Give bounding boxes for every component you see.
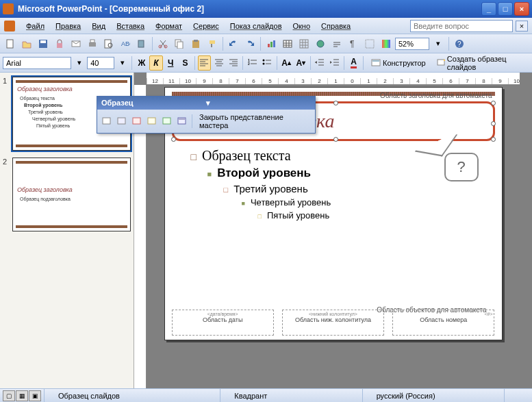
- mdi-close-button[interactable]: ×: [516, 21, 528, 32]
- help-callout[interactable]: ?: [444, 153, 479, 181]
- guides-icon: [365, 39, 375, 49]
- hyperlink-button[interactable]: [313, 36, 328, 51]
- font-select[interactable]: [3, 57, 71, 69]
- expand-button[interactable]: [329, 36, 344, 51]
- permission-button[interactable]: [52, 36, 67, 51]
- decrease-font-button[interactable]: A▾: [294, 55, 307, 71]
- open-button[interactable]: [19, 36, 34, 51]
- outline-level-5[interactable]: Пятый уровень: [258, 210, 488, 221]
- svg-rect-7: [105, 40, 111, 48]
- tables-borders-button[interactable]: [296, 36, 312, 51]
- close-button[interactable]: ×: [514, 2, 529, 16]
- maximize-button[interactable]: □: [498, 2, 513, 16]
- grid-guides-button[interactable]: [362, 36, 377, 51]
- numbering-icon: 12: [248, 58, 257, 68]
- decrease-indent-button[interactable]: [314, 55, 327, 71]
- outline-level-4[interactable]: Четвертый уровень: [242, 197, 488, 208]
- status-layout: Квадрант: [220, 389, 362, 402]
- date-placeholder[interactable]: <дата/время>Область даты: [172, 310, 274, 336]
- rename-master-button[interactable]: [160, 114, 174, 128]
- research-icon: [137, 39, 147, 49]
- undo-button[interactable]: [226, 36, 241, 51]
- title-area-label: Область заголовка для автомакета: [380, 92, 492, 99]
- horizontal-ruler[interactable]: 1211109876543210123456789101112: [147, 73, 520, 85]
- align-center-button[interactable]: [212, 55, 225, 71]
- shadow-button[interactable]: S: [179, 55, 192, 71]
- preserve-master-button[interactable]: [145, 114, 159, 128]
- bullets-button[interactable]: [260, 55, 273, 71]
- svg-text:¶: ¶: [350, 39, 354, 49]
- menu-file[interactable]: Файл: [21, 20, 50, 32]
- separator: [277, 56, 277, 70]
- redo-button[interactable]: [242, 36, 257, 51]
- spell-icon: ABC: [121, 39, 130, 49]
- normal-view-button[interactable]: ▢: [3, 390, 15, 401]
- layout-icon: [177, 116, 187, 126]
- number-placeholder[interactable]: <#>Область номера: [392, 310, 494, 336]
- outline-level-3[interactable]: Третий уровень: [224, 183, 488, 194]
- menu-tools[interactable]: Сервис: [188, 20, 225, 32]
- preserve-icon: [147, 116, 157, 126]
- align-left-button[interactable]: [198, 55, 211, 71]
- ask-question-input[interactable]: [410, 20, 513, 32]
- status-language[interactable]: русский (Россия): [362, 389, 504, 402]
- menu-format[interactable]: Формат: [150, 20, 188, 32]
- delete-master-button[interactable]: [130, 114, 144, 128]
- chart-button[interactable]: [264, 36, 279, 51]
- float-dropdown-icon[interactable]: ▾: [206, 99, 311, 108]
- table-button[interactable]: [280, 36, 295, 51]
- print-button[interactable]: [85, 36, 100, 51]
- designer-button[interactable]: Конструктор: [366, 55, 431, 71]
- menu-slideshow[interactable]: Показ слайдов: [225, 20, 288, 32]
- email-button[interactable]: [68, 36, 84, 51]
- slideshow-view-button[interactable]: ▣: [29, 390, 41, 401]
- help-button[interactable]: ?: [452, 36, 467, 51]
- menu-insert[interactable]: Вставка: [111, 20, 150, 32]
- color-button[interactable]: [379, 36, 394, 51]
- new-button[interactable]: [3, 36, 18, 51]
- format-painter-button[interactable]: [205, 36, 220, 51]
- save-button[interactable]: [36, 36, 51, 51]
- increase-font-button[interactable]: A▴: [280, 55, 293, 71]
- thumbnail[interactable]: 2 Образец заголовка Образец подзаголовка: [3, 158, 131, 231]
- footer-placeholder[interactable]: <нижний колонтитул>Область ниж. колонтит…: [282, 310, 384, 336]
- size-dropdown[interactable]: ▾: [116, 55, 129, 71]
- italic-button[interactable]: К: [149, 55, 162, 71]
- thumbnail-number: 1: [3, 77, 12, 151]
- new-slide-master-button[interactable]: Создать образец слайдов: [432, 55, 529, 71]
- menu-window[interactable]: Окно: [288, 20, 316, 32]
- body-placeholder[interactable]: Образец текста Второй уровень Третий уро…: [179, 148, 488, 304]
- preview-button[interactable]: [101, 36, 116, 51]
- copy-button[interactable]: [172, 36, 187, 51]
- app-icon: [3, 3, 14, 14]
- separator: [194, 56, 195, 70]
- separator: [344, 56, 344, 70]
- insert-slide-master-button[interactable]: [100, 114, 114, 128]
- cut-button[interactable]: [155, 36, 170, 51]
- font-color-button[interactable]: A: [347, 55, 360, 71]
- sorter-view-button[interactable]: ▦: [16, 390, 28, 401]
- master-view-toolbar[interactable]: Образец ▾ Закрыть представление мастера: [97, 96, 316, 134]
- minimize-button[interactable]: _: [481, 2, 496, 16]
- align-right-button[interactable]: [227, 55, 240, 71]
- numbering-button[interactable]: 12: [246, 55, 259, 71]
- insert-title-master-button[interactable]: [115, 114, 129, 128]
- increase-indent-button[interactable]: [328, 55, 341, 71]
- font-dropdown[interactable]: ▾: [73, 55, 86, 71]
- paste-button[interactable]: [188, 36, 203, 51]
- show-formatting-button[interactable]: ¶: [346, 36, 361, 51]
- size-select[interactable]: [87, 57, 114, 69]
- menu-edit[interactable]: Правка: [50, 20, 86, 32]
- float-toolbar-title[interactable]: Образец ▾: [97, 97, 315, 110]
- spelling-button[interactable]: ABC: [118, 36, 133, 51]
- underline-button[interactable]: Ч: [164, 55, 177, 71]
- separator: [131, 56, 132, 70]
- menu-view[interactable]: Вид: [86, 20, 111, 32]
- close-master-view-button[interactable]: Закрыть представление мастера: [195, 112, 312, 131]
- master-layout-button[interactable]: [175, 114, 189, 128]
- menu-help[interactable]: Справка: [316, 20, 356, 32]
- bold-button[interactable]: Ж: [135, 55, 148, 71]
- research-button[interactable]: [134, 36, 149, 51]
- zoom-dropdown[interactable]: ▾: [431, 36, 446, 51]
- zoom-input[interactable]: [395, 38, 429, 50]
